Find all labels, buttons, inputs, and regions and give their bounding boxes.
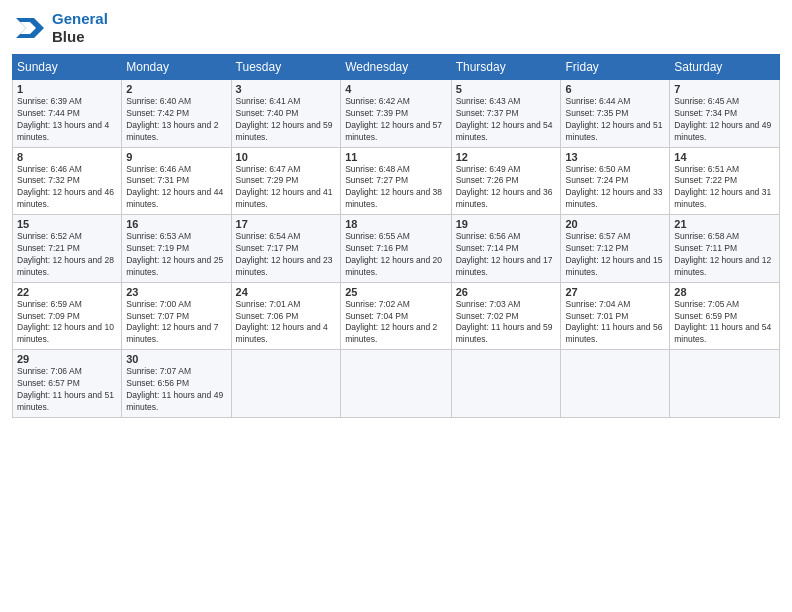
day-info: Sunrise: 6:58 AMSunset: 7:11 PMDaylight:… (674, 231, 775, 279)
day-info: Sunrise: 6:53 AMSunset: 7:19 PMDaylight:… (126, 231, 226, 279)
day-cell-15: 15Sunrise: 6:52 AMSunset: 7:21 PMDayligh… (13, 215, 122, 283)
day-number: 9 (126, 151, 226, 163)
empty-cell (231, 350, 341, 418)
day-number: 28 (674, 286, 775, 298)
logo: General Blue (12, 10, 108, 46)
day-info: Sunrise: 7:06 AMSunset: 6:57 PMDaylight:… (17, 366, 117, 414)
header-cell-wednesday: Wednesday (341, 55, 452, 80)
day-cell-5: 5Sunrise: 6:43 AMSunset: 7:37 PMDaylight… (451, 80, 561, 148)
day-number: 17 (236, 218, 337, 230)
day-info: Sunrise: 7:02 AMSunset: 7:04 PMDaylight:… (345, 299, 447, 347)
day-number: 3 (236, 83, 337, 95)
day-cell-18: 18Sunrise: 6:55 AMSunset: 7:16 PMDayligh… (341, 215, 452, 283)
day-info: Sunrise: 6:40 AMSunset: 7:42 PMDaylight:… (126, 96, 226, 144)
day-cell-30: 30Sunrise: 7:07 AMSunset: 6:56 PMDayligh… (122, 350, 231, 418)
day-number: 13 (565, 151, 665, 163)
day-number: 27 (565, 286, 665, 298)
day-cell-12: 12Sunrise: 6:49 AMSunset: 7:26 PMDayligh… (451, 147, 561, 215)
header-cell-monday: Monday (122, 55, 231, 80)
day-cell-21: 21Sunrise: 6:58 AMSunset: 7:11 PMDayligh… (670, 215, 780, 283)
day-cell-23: 23Sunrise: 7:00 AMSunset: 7:07 PMDayligh… (122, 282, 231, 350)
day-cell-7: 7Sunrise: 6:45 AMSunset: 7:34 PMDaylight… (670, 80, 780, 148)
logo-general-text: General (52, 10, 108, 28)
day-cell-25: 25Sunrise: 7:02 AMSunset: 7:04 PMDayligh… (341, 282, 452, 350)
day-cell-28: 28Sunrise: 7:05 AMSunset: 6:59 PMDayligh… (670, 282, 780, 350)
day-number: 18 (345, 218, 447, 230)
day-number: 22 (17, 286, 117, 298)
day-info: Sunrise: 7:07 AMSunset: 6:56 PMDaylight:… (126, 366, 226, 414)
day-info: Sunrise: 6:46 AMSunset: 7:31 PMDaylight:… (126, 164, 226, 212)
day-number: 14 (674, 151, 775, 163)
day-info: Sunrise: 7:01 AMSunset: 7:06 PMDaylight:… (236, 299, 337, 347)
day-info: Sunrise: 7:04 AMSunset: 7:01 PMDaylight:… (565, 299, 665, 347)
day-cell-22: 22Sunrise: 6:59 AMSunset: 7:09 PMDayligh… (13, 282, 122, 350)
day-info: Sunrise: 6:41 AMSunset: 7:40 PMDaylight:… (236, 96, 337, 144)
day-number: 5 (456, 83, 557, 95)
week-row-3: 15Sunrise: 6:52 AMSunset: 7:21 PMDayligh… (13, 215, 780, 283)
day-cell-3: 3Sunrise: 6:41 AMSunset: 7:40 PMDaylight… (231, 80, 341, 148)
calendar-table: SundayMondayTuesdayWednesdayThursdayFrid… (12, 54, 780, 418)
day-cell-6: 6Sunrise: 6:44 AMSunset: 7:35 PMDaylight… (561, 80, 670, 148)
day-number: 25 (345, 286, 447, 298)
page-container: General Blue SundayMondayTuesdayWednesda… (0, 0, 792, 428)
day-cell-24: 24Sunrise: 7:01 AMSunset: 7:06 PMDayligh… (231, 282, 341, 350)
empty-cell (341, 350, 452, 418)
day-number: 21 (674, 218, 775, 230)
day-cell-14: 14Sunrise: 6:51 AMSunset: 7:22 PMDayligh… (670, 147, 780, 215)
empty-cell (561, 350, 670, 418)
day-cell-1: 1Sunrise: 6:39 AMSunset: 7:44 PMDaylight… (13, 80, 122, 148)
day-info: Sunrise: 6:59 AMSunset: 7:09 PMDaylight:… (17, 299, 117, 347)
day-number: 23 (126, 286, 226, 298)
day-cell-19: 19Sunrise: 6:56 AMSunset: 7:14 PMDayligh… (451, 215, 561, 283)
day-number: 2 (126, 83, 226, 95)
day-number: 26 (456, 286, 557, 298)
day-info: Sunrise: 6:44 AMSunset: 7:35 PMDaylight:… (565, 96, 665, 144)
day-cell-27: 27Sunrise: 7:04 AMSunset: 7:01 PMDayligh… (561, 282, 670, 350)
day-number: 8 (17, 151, 117, 163)
week-row-4: 22Sunrise: 6:59 AMSunset: 7:09 PMDayligh… (13, 282, 780, 350)
day-number: 1 (17, 83, 117, 95)
day-cell-11: 11Sunrise: 6:48 AMSunset: 7:27 PMDayligh… (341, 147, 452, 215)
day-info: Sunrise: 6:49 AMSunset: 7:26 PMDaylight:… (456, 164, 557, 212)
header-cell-tuesday: Tuesday (231, 55, 341, 80)
day-info: Sunrise: 6:55 AMSunset: 7:16 PMDaylight:… (345, 231, 447, 279)
day-info: Sunrise: 6:45 AMSunset: 7:34 PMDaylight:… (674, 96, 775, 144)
day-number: 16 (126, 218, 226, 230)
page-header: General Blue (12, 10, 780, 46)
day-info: Sunrise: 6:51 AMSunset: 7:22 PMDaylight:… (674, 164, 775, 212)
day-cell-4: 4Sunrise: 6:42 AMSunset: 7:39 PMDaylight… (341, 80, 452, 148)
day-number: 15 (17, 218, 117, 230)
day-info: Sunrise: 6:47 AMSunset: 7:29 PMDaylight:… (236, 164, 337, 212)
header-cell-thursday: Thursday (451, 55, 561, 80)
day-info: Sunrise: 7:00 AMSunset: 7:07 PMDaylight:… (126, 299, 226, 347)
day-number: 20 (565, 218, 665, 230)
day-number: 10 (236, 151, 337, 163)
day-number: 11 (345, 151, 447, 163)
day-cell-29: 29Sunrise: 7:06 AMSunset: 6:57 PMDayligh… (13, 350, 122, 418)
day-info: Sunrise: 6:52 AMSunset: 7:21 PMDaylight:… (17, 231, 117, 279)
day-cell-9: 9Sunrise: 6:46 AMSunset: 7:31 PMDaylight… (122, 147, 231, 215)
day-info: Sunrise: 6:43 AMSunset: 7:37 PMDaylight:… (456, 96, 557, 144)
week-row-5: 29Sunrise: 7:06 AMSunset: 6:57 PMDayligh… (13, 350, 780, 418)
day-info: Sunrise: 6:56 AMSunset: 7:14 PMDaylight:… (456, 231, 557, 279)
header-cell-friday: Friday (561, 55, 670, 80)
header-cell-saturday: Saturday (670, 55, 780, 80)
week-row-2: 8Sunrise: 6:46 AMSunset: 7:32 PMDaylight… (13, 147, 780, 215)
day-cell-8: 8Sunrise: 6:46 AMSunset: 7:32 PMDaylight… (13, 147, 122, 215)
header-cell-sunday: Sunday (13, 55, 122, 80)
empty-cell (670, 350, 780, 418)
day-cell-26: 26Sunrise: 7:03 AMSunset: 7:02 PMDayligh… (451, 282, 561, 350)
week-row-1: 1Sunrise: 6:39 AMSunset: 7:44 PMDaylight… (13, 80, 780, 148)
day-number: 24 (236, 286, 337, 298)
day-cell-2: 2Sunrise: 6:40 AMSunset: 7:42 PMDaylight… (122, 80, 231, 148)
day-number: 30 (126, 353, 226, 365)
empty-cell (451, 350, 561, 418)
day-info: Sunrise: 7:03 AMSunset: 7:02 PMDaylight:… (456, 299, 557, 347)
day-number: 29 (17, 353, 117, 365)
day-number: 4 (345, 83, 447, 95)
day-number: 6 (565, 83, 665, 95)
day-cell-20: 20Sunrise: 6:57 AMSunset: 7:12 PMDayligh… (561, 215, 670, 283)
day-number: 7 (674, 83, 775, 95)
day-number: 12 (456, 151, 557, 163)
logo-icon (12, 10, 48, 46)
